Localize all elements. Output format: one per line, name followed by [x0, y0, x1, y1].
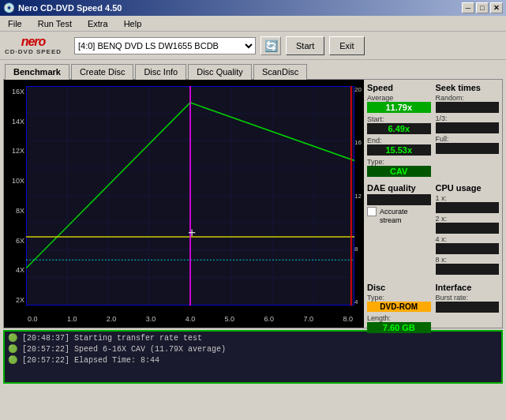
x-label-7: 7.0: [303, 315, 313, 323]
menu-bar: File Run Test Extra Help: [0, 16, 506, 32]
right-panel: Speed Average 11.79x Start: 6.49x End: 1…: [364, 80, 502, 328]
full-label: Full:: [436, 135, 500, 143]
full-bar: [436, 143, 500, 154]
log-area: 🟢 [20:48:37] Starting transfer rate test…: [3, 330, 503, 384]
log-text-1: [20:48:37] Starting transfer rate test: [22, 334, 202, 343]
disc-type-value: DVD-ROM: [367, 302, 431, 312]
nero-brand-text: nero: [21, 36, 46, 48]
y-label-6: 6X: [6, 237, 24, 245]
menu-help[interactable]: Help: [119, 17, 147, 30]
cpu-1x-bar: [436, 202, 500, 213]
interface-section: Interface Burst rate:: [436, 283, 500, 333]
tab-create-disc[interactable]: Create Disc: [71, 64, 133, 80]
end-value: 15.53x: [367, 144, 431, 156]
type-label: Type:: [367, 158, 431, 166]
log-line-1: 🟢 [20:48:37] Starting transfer rate test: [8, 333, 498, 344]
cpu-8x-bar: [436, 264, 500, 275]
log-icon-2: 🟢: [8, 345, 17, 354]
y-label-4: 4X: [6, 266, 24, 274]
tab-benchmark[interactable]: Benchmark: [5, 64, 69, 80]
y-right-12: 12: [354, 193, 364, 200]
cpu-header: CPU usage: [436, 183, 500, 193]
window-title: Nero CD-DVD Speed 4.50: [18, 3, 122, 13]
cpu-8x-label: 8 x:: [436, 256, 500, 264]
average-value: 11.79x: [367, 102, 431, 113]
chart-svg: [26, 86, 354, 306]
dae-bar: [367, 194, 431, 205]
log-text-2: [20:57:22] Speed 6-16X CAV (11.79X avera…: [22, 345, 226, 354]
end-label: End:: [367, 137, 431, 144]
menu-run-test[interactable]: Run Test: [33, 17, 77, 30]
tabs-bar: Benchmark Create Disc Disc Info Disc Qua…: [0, 60, 506, 79]
stream-label: stream: [367, 216, 431, 224]
x-label-1: 1.0: [67, 315, 77, 323]
minimize-button[interactable]: ─: [462, 2, 474, 13]
refresh-button[interactable]: 🔄: [260, 36, 281, 55]
speed-section: Speed Average 11.79x Start: 6.49x End: 1…: [367, 83, 431, 177]
titlebar-buttons: ─ □ ✕: [462, 2, 503, 13]
cpu-4x-label: 4 x:: [436, 235, 500, 243]
chart-area: 16X 14X 12X 10X 8X 6X 4X 2X: [4, 80, 364, 328]
tab-scan-disc[interactable]: ScanDisc: [253, 64, 307, 80]
y-right-8: 8: [354, 246, 364, 253]
x-label-3: 3.0: [146, 315, 156, 323]
average-label: Average: [367, 94, 431, 102]
onethird-bar: [436, 122, 500, 133]
x-label-2: 2.0: [107, 315, 117, 323]
onethird-label: 1/3:: [436, 114, 500, 122]
y-label-12: 12X: [6, 147, 24, 155]
disc-length-value: 7.60 GB: [367, 322, 431, 333]
speed-header: Speed: [367, 83, 431, 92]
toolbar: nero CD·DVD SPEED [4:0] BENQ DVD LS DW16…: [0, 32, 506, 60]
dae-section: DAE quality Accurate stream: [367, 183, 431, 276]
x-label-5: 5.0: [225, 315, 235, 323]
y-label-8: 8X: [6, 207, 24, 215]
menu-file[interactable]: File: [3, 17, 27, 30]
seek-header: Seek times: [436, 83, 500, 92]
start-label: Start:: [367, 115, 431, 123]
cpu-2x-bar: [436, 223, 500, 234]
x-label-8: 8.0: [343, 315, 353, 323]
log-line-2: 🟢 [20:57:22] Speed 6-16X CAV (11.79X ave…: [8, 344, 498, 355]
x-label-6: 6.0: [264, 315, 275, 323]
log-text-3: [20:57:22] Elapsed Time: 8:44: [22, 356, 159, 365]
dae-header: DAE quality: [367, 183, 431, 193]
random-label: Random:: [436, 94, 500, 102]
disc-header: Disc: [367, 283, 431, 292]
y-label-16: 16X: [6, 88, 24, 96]
cpu-4x-bar: [436, 243, 500, 254]
close-button[interactable]: ✕: [490, 2, 503, 13]
accurate-row: Accurate: [367, 207, 431, 216]
y-right-16: 16: [354, 139, 364, 146]
y-right-20: 20: [354, 86, 364, 93]
log-icon-1: 🟢: [8, 334, 17, 343]
y-right-4: 4: [354, 298, 364, 306]
nero-logo: nero CD·DVD SPEED: [5, 36, 62, 55]
cpu-2x-label: 2 x:: [436, 215, 500, 223]
type-value: CAV: [367, 166, 431, 177]
log-line-3: 🟢 [20:57:22] Elapsed Time: 8:44: [8, 355, 498, 366]
y-label-10: 10X: [6, 177, 24, 185]
start-value: 6.49x: [367, 123, 431, 134]
main-content: 16X 14X 12X 10X 8X 6X 4X 2X: [3, 79, 503, 328]
drive-select[interactable]: [4:0] BENQ DVD LS DW1655 BCDB: [74, 37, 256, 54]
y-label-2: 2X: [6, 296, 24, 304]
cpu-section: CPU usage 1 x: 2 x: 4 x: 8 x:: [436, 183, 500, 276]
accurate-checkbox[interactable]: [367, 207, 377, 216]
nero-sub-text: CD·DVD SPEED: [5, 48, 62, 55]
y-label-14: 14X: [6, 118, 24, 126]
burst-bar: [436, 302, 500, 313]
disc-section: Disc Type: DVD-ROM Length: 7.60 GB: [367, 283, 431, 333]
seek-section: Seek times Random: 1/3: Full:: [436, 83, 500, 177]
start-button[interactable]: Start: [286, 36, 324, 55]
exit-button[interactable]: Exit: [329, 36, 364, 55]
tab-disc-quality[interactable]: Disc Quality: [188, 64, 252, 80]
app-icon: 💿: [3, 2, 15, 13]
burst-label: Burst rate:: [436, 294, 500, 302]
log-icon-3: 🟢: [8, 356, 17, 365]
cpu-1x-label: 1 x:: [436, 194, 500, 202]
menu-extra[interactable]: Extra: [83, 17, 113, 30]
tab-disc-info[interactable]: Disc Info: [135, 64, 186, 80]
maximize-button[interactable]: □: [476, 2, 489, 13]
x-label-0: 0.0: [28, 315, 38, 323]
